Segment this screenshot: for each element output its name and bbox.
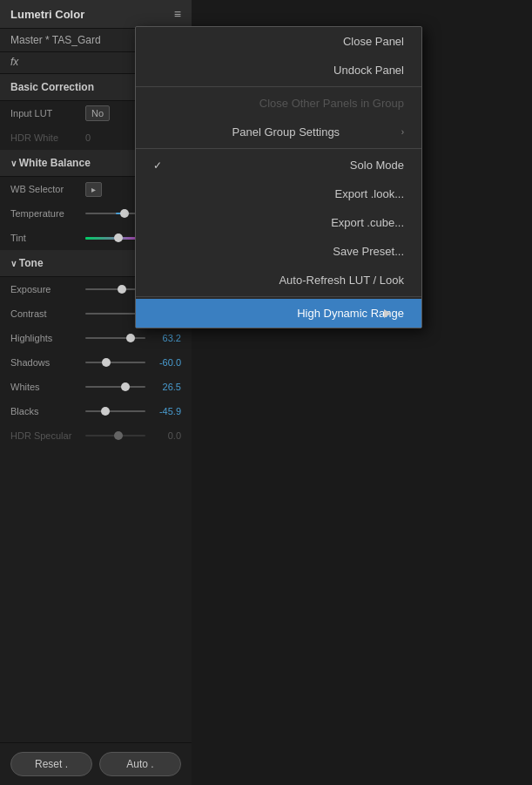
menu-item-label-undock-panel: Undock Panel <box>333 64 404 77</box>
input-lut-value[interactable]: No <box>85 105 110 121</box>
shadows-value: -60.0 <box>151 357 181 368</box>
menu-item-label-solo-mode: Solo Mode <box>350 159 404 172</box>
hdr-white-label: HDR White <box>10 132 80 143</box>
menu-item-label-panel-group-settings: Panel Group Settings <box>232 125 340 139</box>
highlights-row: Highlights 63.2 <box>0 326 192 350</box>
menu-item-label-save-preset: Save Preset... <box>333 245 404 258</box>
highlights-slider[interactable] <box>85 337 145 339</box>
whites-slider[interactable] <box>85 386 145 388</box>
wb-selector-label: WB Selector <box>10 184 80 194</box>
highlights-value: 63.2 <box>151 333 181 343</box>
menu-separator-3 <box>136 296 421 297</box>
hdr-specular-row: HDR Specular 0.0 <box>0 423 192 448</box>
hdr-specular-value: 0.0 <box>151 430 181 441</box>
reset-button[interactable]: Reset . <box>10 752 92 776</box>
menu-item-label-close-other-panels: Close Other Panels in Group <box>259 97 404 110</box>
blacks-label: Blacks <box>10 406 80 416</box>
menu-item-auto-refresh-lut[interactable]: Auto-Refresh LUT / Look <box>136 266 421 294</box>
tint-label: Tint <box>10 233 80 243</box>
contrast-label: Contrast <box>10 308 80 319</box>
submenu-arrow-icon: › <box>401 127 404 137</box>
menu-item-high-dynamic-range[interactable]: High Dynamic Range <box>136 299 421 328</box>
tone-label: Tone <box>19 257 44 269</box>
menu-item-close-other-panels: Close Other Panels in Group <box>136 89 421 118</box>
hdr-specular-label: HDR Specular <box>10 430 80 441</box>
blacks-value: -45.9 <box>151 406 181 416</box>
panel-menu-button[interactable]: ≡ <box>174 7 181 21</box>
menu-item-label-close-panel: Close Panel <box>343 35 404 48</box>
exposure-label: Exposure <box>10 284 80 294</box>
menu-item-save-preset[interactable]: Save Preset... <box>136 237 421 266</box>
context-menu: Close PanelUndock PanelClose Other Panel… <box>135 26 422 328</box>
shadows-label: Shadows <box>10 357 80 368</box>
bottom-buttons: Reset . Auto . <box>0 742 192 785</box>
blacks-row: Blacks -45.9 <box>0 399 192 423</box>
whites-row: Whites 26.5 <box>0 375 192 399</box>
shadows-row: Shadows -60.0 <box>0 350 192 375</box>
hdr-specular-slider <box>85 435 145 436</box>
panel-title: Lumetri Color <box>10 8 84 21</box>
menu-item-label-auto-refresh-lut: Auto-Refresh LUT / Look <box>279 274 404 287</box>
menu-item-solo-mode[interactable]: Solo Mode <box>136 151 421 179</box>
menu-item-close-panel[interactable]: Close Panel <box>136 27 421 56</box>
input-lut-label: Input LUT <box>10 108 80 118</box>
menu-separator-1 <box>136 86 421 87</box>
wb-selector-button[interactable]: ▸ <box>85 182 102 197</box>
white-balance-label: White Balance <box>19 157 91 169</box>
whites-value: 26.5 <box>151 382 181 392</box>
menu-item-panel-group-settings[interactable]: Panel Group Settings› <box>136 118 421 146</box>
panel-header: Lumetri Color ≡ <box>0 0 192 29</box>
whites-label: Whites <box>10 382 80 392</box>
hdr-white-value: 0 <box>85 132 91 143</box>
blacks-slider[interactable] <box>85 410 145 412</box>
menu-item-label-export-cube: Export .cube... <box>331 216 404 229</box>
menu-item-undock-panel[interactable]: Undock Panel <box>136 56 421 85</box>
temperature-label: Temperature <box>10 208 80 219</box>
menu-separator-2 <box>136 148 421 149</box>
menu-item-export-look[interactable]: Export .look... <box>136 179 421 208</box>
shadows-slider[interactable] <box>85 362 145 363</box>
cursor-indicator <box>384 309 391 318</box>
basic-correction-label: Basic Correction <box>10 81 94 93</box>
highlights-label: Highlights <box>10 333 80 343</box>
auto-button[interactable]: Auto . <box>99 752 181 776</box>
menu-item-export-cube[interactable]: Export .cube... <box>136 208 421 237</box>
menu-item-label-export-look: Export .look... <box>335 187 404 200</box>
